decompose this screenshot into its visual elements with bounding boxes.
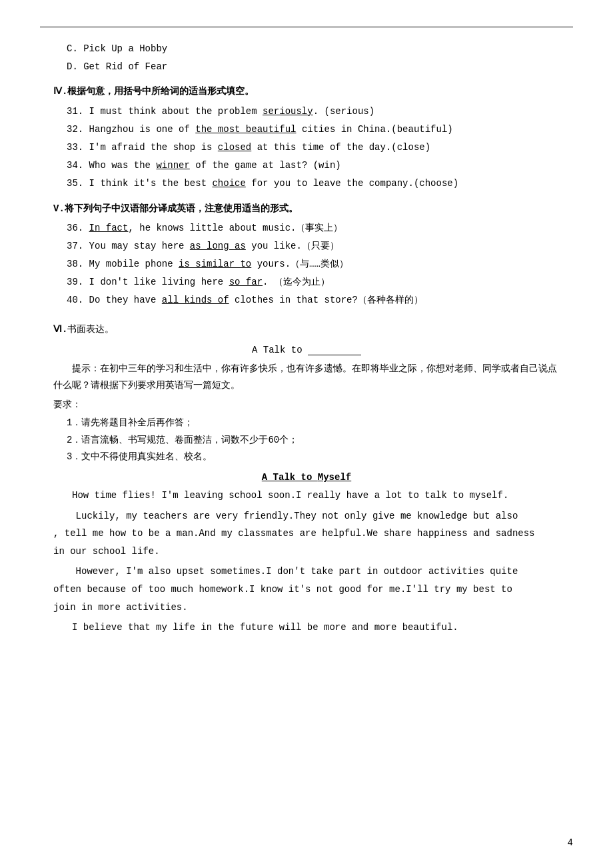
item-34: 34. Who was the winner of the game at la… — [67, 157, 560, 174]
item-37-num: 37. — [67, 241, 89, 251]
section-iv-header: Ⅳ.根据句意，用括号中所给词的适当形式填空。 — [53, 83, 560, 100]
item-35-text: I think it's the best — [89, 178, 213, 189]
item-39-suffix: . （迄今为止） — [263, 277, 330, 287]
item-40-text: Do they have — [89, 295, 162, 305]
item-34-suffix: of the game at last? (win) — [190, 160, 341, 171]
item-40-num: 40. — [67, 295, 89, 305]
essay-para-3: However, I'm also upset sometimes.I don'… — [53, 563, 560, 616]
item-37-suffix: you like.（只要） — [246, 241, 339, 251]
item-35-answer: choice — [212, 178, 245, 189]
item-38-text: My mobile phone — [89, 259, 179, 269]
item-37: 37. You may stay here as long as you lik… — [67, 238, 560, 255]
prompt-line: 提示：在初中三年的学习和生活中，你有许多快乐，也有许多遗憾。在即将毕业之际，你想… — [53, 361, 560, 394]
essay-para-1: How time flies! I'm leaving school soon.… — [53, 487, 560, 505]
item-32-num: 32. — [67, 124, 89, 135]
essay-para-4: I believe that my life in the future wil… — [53, 619, 560, 637]
item-40-suffix: clothes in that store?（各种各样的） — [229, 295, 423, 305]
item-31-suffix: . (serious) — [313, 106, 374, 117]
essay-para-2: Luckily, my teachers are very friendly.T… — [53, 507, 560, 561]
item-33: 33. I'm afraid the shop is closed at thi… — [67, 139, 560, 156]
item-31: 31. I must think about the problem serio… — [67, 103, 560, 120]
essay-title: A Talk to Myself — [53, 472, 560, 483]
item-34-num: 34. — [67, 160, 89, 171]
item-34-text: Who was the — [89, 160, 157, 171]
item-34-answer: winner — [156, 160, 189, 171]
item-35-num: 35. — [67, 178, 89, 189]
item-39: 39. I don't like living here so far. （迄今… — [67, 274, 560, 291]
requirements-label: 要求： — [53, 397, 560, 413]
item-32: 32. Hangzhou is one of the most beautifu… — [67, 121, 560, 138]
item-37-text: You may stay here — [89, 241, 190, 251]
item-32-answer: the most beautiful — [195, 124, 296, 135]
top-divider — [40, 27, 573, 27]
section-options: C. Pick Up a Hobby D. Get Rid of Fear — [53, 41, 560, 75]
section-vi-title: 书面表达。 — [67, 324, 114, 335]
item-31-num: 31. — [67, 106, 89, 117]
item-39-num: 39. — [67, 277, 89, 287]
option-d: D. Get Rid of Fear — [67, 59, 560, 75]
item-36-num: 36. — [67, 223, 89, 233]
section-iv: Ⅳ.根据句意，用括号中所给词的适当形式填空。 31. I must think … — [53, 83, 560, 192]
req-2: 2．语言流畅、书写规范、卷面整洁，词数不少于60个； — [67, 432, 560, 449]
page-number: 4 — [568, 837, 573, 848]
item-35: 35. I think it's the best choice for you… — [67, 175, 560, 192]
section-v-header: V.将下列句子中汉语部分译成英语，注意使用适当的形式。 — [53, 201, 560, 217]
section-vi-header: Ⅵ.书面表达。 — [53, 321, 560, 338]
item-35-suffix: for you to leave the company.(choose) — [246, 178, 458, 189]
item-33-text: I'm afraid the shop is — [89, 142, 218, 153]
essay-title-text: A Talk to — [262, 472, 318, 483]
prompt-label: 提示：在初中三年的学习和生活中，你有许多快乐，也有许多遗憾。在即将毕业之际，你想… — [53, 363, 557, 391]
item-40-answer: all kinds of — [162, 295, 229, 305]
option-c: C. Pick Up a Hobby — [67, 41, 560, 57]
item-33-answer: closed — [218, 142, 251, 153]
section-vi: Ⅵ.书面表达。 A Talk to 提示：在初中三年的学习和生活中，你有许多快乐… — [53, 321, 560, 637]
item-38: 38. My mobile phone is similar to yours.… — [67, 256, 560, 273]
section-vi-roman: Ⅵ. — [53, 324, 67, 335]
item-36-answer: In fact — [89, 223, 129, 233]
essay-title-underlined: Myself — [318, 472, 351, 483]
item-38-num: 38. — [67, 259, 89, 269]
talk-title-line: A Talk to — [53, 345, 560, 355]
item-38-suffix: yours.（与……类似） — [251, 259, 348, 269]
item-32-suffix: cities in China.(beautiful) — [296, 124, 452, 135]
item-39-text: I don't like living here — [89, 277, 229, 287]
requirements-list: 1．请先将题目补全后再作答； 2．语言流畅、书写规范、卷面整洁，词数不少于60个… — [67, 415, 560, 465]
item-31-text: I must think about the problem — [89, 106, 263, 117]
item-33-num: 33. — [67, 142, 89, 153]
item-33-suffix: at this time of the day.(close) — [251, 142, 430, 153]
req-1: 1．请先将题目补全后再作答； — [67, 415, 560, 431]
section-v: V.将下列句子中汉语部分译成英语，注意使用适当的形式。 36. In fact,… — [53, 201, 560, 309]
item-32-text: Hangzhou is one of — [89, 124, 196, 135]
req-3: 3．文中不得使用真实姓名、校名。 — [67, 449, 560, 465]
item-31-answer: seriously — [263, 106, 313, 117]
item-40: 40. Do they have all kinds of clothes in… — [67, 292, 560, 309]
item-38-answer: is similar to — [179, 259, 251, 269]
item-36: 36. In fact, he knows little about music… — [67, 220, 560, 237]
blank-line — [308, 355, 361, 355]
item-36-text: , he knows little about music.（事实上） — [128, 223, 342, 233]
item-37-answer: as long as — [190, 241, 246, 251]
item-39-answer: so far — [229, 277, 263, 287]
talk-title-text: A Talk to — [252, 345, 308, 355]
